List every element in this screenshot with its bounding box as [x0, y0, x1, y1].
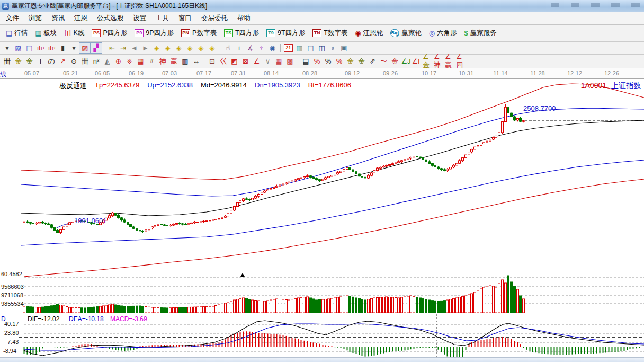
cross-square-tool[interactable]: ⊠ [240, 56, 251, 66]
clipboard-tool[interactable]: ▤ [24, 43, 35, 53]
gann-circle-tool[interactable]: ⊕ [113, 56, 124, 66]
wave-v-tool[interactable]: ∨ [262, 56, 273, 66]
mirror-tool[interactable]: ◭ [102, 56, 113, 66]
win-tool[interactable]: 赢 [168, 56, 180, 66]
toolbar-t-number-table-button[interactable]: TNT数字表 [309, 27, 351, 39]
nav-diamond-expand[interactable]: ◈ [173, 43, 184, 53]
bars-9-tool[interactable]: ılı9 [46, 43, 57, 53]
percent-tool[interactable]: % [323, 56, 334, 66]
gann-square-tool[interactable]: ▦ [135, 56, 146, 66]
price-list-tool[interactable]: ▤ [300, 56, 311, 66]
chart-type-tool[interactable]: ▨ [13, 43, 24, 53]
marker-pen-tool[interactable]: ⇗ [367, 56, 378, 66]
toolbar-9t-square-button[interactable]: T99T四方形 [263, 27, 309, 39]
print-tool[interactable]: ▣ [338, 43, 350, 53]
menu-browse[interactable]: 浏览 [24, 13, 47, 24]
toolbar-p-square-button[interactable]: PSP四方形 [88, 27, 131, 39]
first-bar-button[interactable]: ⇤ [106, 43, 118, 53]
percent-line-tool[interactable]: % [334, 56, 345, 66]
next-bar-button[interactable]: ► [140, 43, 151, 53]
nav-diamond-up[interactable]: ◈ [195, 43, 207, 53]
crosshair-tool[interactable]: + [234, 43, 245, 53]
percent-fan-tool[interactable]: % [311, 56, 323, 66]
golden-box-tool[interactable]: 金 [24, 56, 35, 66]
hand-tool[interactable]: ☝ [222, 43, 234, 53]
gold-circle-tool[interactable]: 金 [345, 56, 356, 66]
pattern-tool-active[interactable]: ▨ [79, 43, 91, 53]
f-angle-tool[interactable]: ∠F [412, 56, 423, 66]
calendar-tool[interactable]: 21 [283, 43, 294, 53]
wave-tool[interactable]: 〜 [378, 56, 389, 66]
gann-fan-tool[interactable]: 巜 [218, 56, 229, 66]
menu-trade-order[interactable]: 交易委托 [196, 13, 232, 24]
angle-measure-tool[interactable]: ∡ [245, 43, 256, 53]
toolbar-quotes-button[interactable]: ▤行情 [2, 27, 31, 39]
menu-window[interactable]: 窗口 [174, 13, 196, 24]
toolbar-sectors-button[interactable]: ▦板块 [31, 27, 60, 39]
four-angle-tool[interactable]: ∠四 [456, 56, 467, 66]
nav-diamond-right[interactable]: ◈ [162, 43, 173, 53]
menu-formula-stock-pick[interactable]: 公式选股 [92, 13, 128, 24]
n-square-tool[interactable]: n² [91, 56, 102, 66]
toolbar-t-square-button[interactable]: TST四方形 [220, 27, 263, 39]
time-cycle-tool[interactable]: ⊙ [68, 56, 79, 66]
gann-star-tool[interactable]: ※ [124, 56, 135, 66]
golden-section-tool[interactable]: 金 [13, 56, 24, 66]
save-tool[interactable]: ◫ [316, 43, 327, 53]
volume-bar [218, 305, 220, 313]
spiral-tool[interactable]: の [46, 56, 57, 66]
toolbar-winner-wheel-button[interactable]: Big赢家轮 [387, 27, 425, 39]
toolbar-kline-button[interactable]: 〣K线 [61, 27, 88, 39]
color-histogram-tool[interactable]: ▞ [91, 43, 102, 53]
nav-diamond-down[interactable]: ◈ [207, 43, 218, 53]
ruler-tool[interactable]: ▥ [180, 56, 191, 66]
nav-diamond-left-icon: ◈ [154, 44, 159, 52]
pattern-search-tool[interactable]: ◉ [267, 43, 278, 53]
gold-line-tool[interactable]: 金 [356, 56, 367, 66]
chart-area[interactable]: 极反通道 Tp=2245.6379 Up=2152.6338 Md=2046.9… [0, 79, 644, 358]
gold-angle-tool[interactable]: 金 [389, 56, 400, 66]
calculator-tool[interactable]: ▦ [294, 43, 305, 53]
red-grid-tool[interactable]: ▦ [273, 56, 284, 66]
corner-box-tool[interactable]: ⊡ [207, 56, 218, 66]
toolbar-p-number-table-button[interactable]: PNP数字表 [177, 27, 220, 39]
toolbar-9p-square-button[interactable]: P99P四方形 [131, 27, 177, 39]
nav-diamond-compress[interactable]: ◈ [184, 43, 195, 53]
nav-diamond-left[interactable]: ◈ [151, 43, 162, 53]
toolbar-hexagon-button[interactable]: ◎六角形 [425, 27, 461, 39]
menu-news[interactable]: 资讯 [47, 13, 69, 24]
notes-tool[interactable]: ▤ [305, 43, 316, 53]
period-dropdown[interactable]: ▾ [2, 43, 13, 53]
magic-tool[interactable]: ♆ [256, 43, 267, 53]
network-tool[interactable]: ♁ [327, 43, 338, 53]
menu-settings[interactable]: 设置 [128, 13, 151, 24]
chart-canvas[interactable] [0, 79, 644, 358]
toolbar-gann-wheel-button[interactable]: ◉江恩轮 [351, 27, 387, 39]
f-retrace-tool[interactable]: Ŧ [35, 56, 46, 66]
brush-tool[interactable]: ↗ [57, 56, 68, 66]
gann-grid-tool[interactable]: 卌 [2, 56, 13, 66]
trend-fan-tool[interactable]: ∠ [251, 56, 262, 66]
fan-square-tool[interactable]: ◩ [229, 56, 240, 66]
j-angle-tool[interactable]: ∠J [400, 56, 412, 66]
toolbar-winner-service-button[interactable]: $赢家服务 [460, 27, 500, 39]
candle-style-tool[interactable]: ▮ [57, 43, 68, 53]
bars-3-tool[interactable]: ılı3 [35, 43, 46, 53]
prev-bar-button[interactable]: ◄ [129, 43, 140, 53]
shen-tool[interactable]: 神 [157, 56, 168, 66]
red-grid-2-tool[interactable]: ▩ [284, 56, 296, 66]
gold-angle-line-tool[interactable]: ∠金 [423, 56, 434, 66]
shen-angle-tool[interactable]: ∠神 [434, 56, 445, 66]
menu-file[interactable]: 文件 [1, 13, 24, 24]
menu-tools[interactable]: 工具 [151, 13, 174, 24]
volume-bar [483, 287, 485, 313]
tick-marks-tool[interactable]: 〃 [146, 56, 157, 66]
last-bar-button[interactable]: ⇥ [118, 43, 129, 53]
menu-help[interactable]: 帮助 [232, 13, 255, 24]
candle-body [380, 167, 382, 169]
menu-gann[interactable]: 江恩 [69, 13, 92, 24]
dense-grid-tool[interactable]: 卌 [79, 56, 91, 66]
span-arrow-tool[interactable]: ↔ [191, 56, 202, 66]
win-angle-tool[interactable]: ∠赢 [445, 56, 456, 66]
candle-style-dropdown[interactable]: ▾ [68, 43, 79, 53]
